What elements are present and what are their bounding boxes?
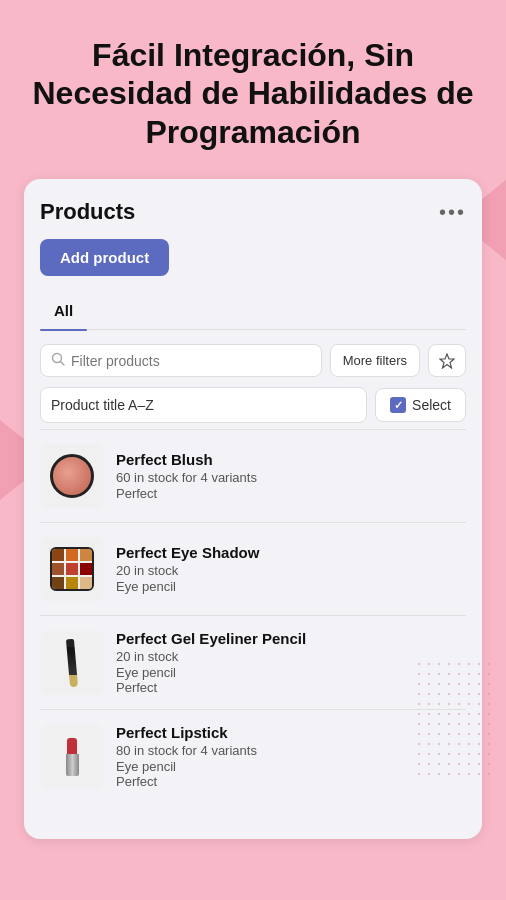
product-name: Perfect Eye Shadow [116, 544, 466, 561]
hero-section: Fácil Integración, Sin Necesidad de Habi… [0, 0, 506, 179]
search-input[interactable] [71, 353, 311, 369]
product-info-blush: Perfect Blush 60 in stock for 4 variants… [116, 451, 466, 501]
eyeshadow-image [50, 547, 94, 591]
blush-image [50, 454, 94, 498]
product-list: Perfect Blush 60 in stock for 4 variants… [40, 429, 466, 803]
product-stock: 60 in stock for 4 variants [116, 470, 466, 485]
star-icon [439, 353, 455, 369]
more-options-icon[interactable]: ••• [439, 201, 466, 224]
sort-row: Product title A–Z Product title Z–A Pric… [40, 387, 466, 423]
product-item-eyeliner[interactable]: Perfect Gel Eyeliner Pencil 20 in stock … [40, 615, 466, 709]
sort-select[interactable]: Product title A–Z Product title Z–A Pric… [40, 387, 367, 423]
dots-decoration [414, 659, 494, 779]
product-category: Perfect [116, 486, 466, 501]
product-item-eyeshadow[interactable]: Perfect Eye Shadow 20 in stock Eye penci… [40, 522, 466, 615]
product-thumb-eyeliner [40, 631, 104, 695]
select-button[interactable]: Select [375, 388, 466, 422]
product-name: Perfect Blush [116, 451, 466, 468]
product-name: Perfect Gel Eyeliner Pencil [116, 630, 466, 647]
product-thumb-blush [40, 444, 104, 508]
select-checkbox-icon [390, 397, 406, 413]
product-item-lipstick[interactable]: Perfect Lipstick 80 in stock for 4 varia… [40, 709, 466, 803]
product-thumb-lipstick [40, 725, 104, 789]
svg-marker-2 [440, 354, 454, 368]
hero-title: Fácil Integración, Sin Necesidad de Habi… [24, 36, 482, 151]
product-thumb-eyeshadow [40, 537, 104, 601]
lipstick-image [50, 735, 94, 779]
tab-all[interactable]: All [40, 294, 87, 329]
card-header: Products ••• [40, 199, 466, 225]
search-icon [51, 352, 65, 369]
eyeliner-image [50, 641, 94, 685]
product-stock: 20 in stock [116, 563, 466, 578]
svg-line-1 [61, 362, 65, 366]
filter-row: More filters [40, 344, 466, 377]
favorites-button[interactable] [428, 344, 466, 377]
search-box [40, 344, 322, 377]
product-info-eyeshadow: Perfect Eye Shadow 20 in stock Eye penci… [116, 544, 466, 594]
products-card: Products ••• Add product All More filter… [24, 179, 482, 839]
card-title: Products [40, 199, 135, 225]
product-item-blush[interactable]: Perfect Blush 60 in stock for 4 variants… [40, 429, 466, 522]
select-label: Select [412, 397, 451, 413]
add-product-button[interactable]: Add product [40, 239, 169, 276]
product-category: Eye pencil [116, 579, 466, 594]
tabs-bar: All [40, 294, 466, 330]
more-filters-button[interactable]: More filters [330, 344, 420, 377]
